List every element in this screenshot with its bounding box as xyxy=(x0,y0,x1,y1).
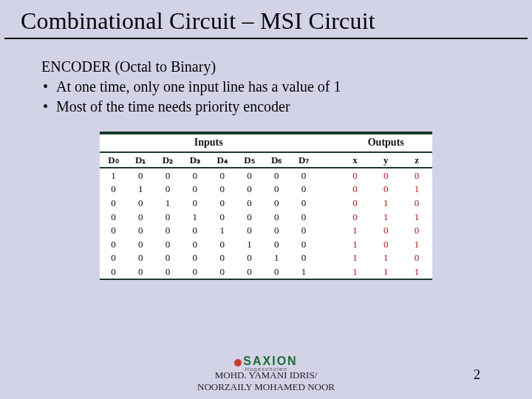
cell-output: 0 xyxy=(401,251,432,265)
truth-table: Inputs Outputs D₀D₁D₂D₃D₄D₅D₆D₇xyz 10000… xyxy=(100,132,432,280)
author-line2: NOORZAILY MOHAMED NOOR xyxy=(0,381,532,393)
cell-input: 0 xyxy=(263,197,290,211)
footer: SAXION Hogescholen MOHD. YAMANI IDRIS/ N… xyxy=(0,355,532,393)
cell-input: 0 xyxy=(127,224,154,238)
table-col: y xyxy=(370,152,401,168)
logo: SAXION Hogescholen xyxy=(234,355,297,372)
cell-output: 1 xyxy=(340,224,371,238)
cell-input: 0 xyxy=(127,168,154,183)
table-group-header: Inputs Outputs xyxy=(100,134,432,152)
cell-output: 0 xyxy=(340,183,371,197)
cell-input: 0 xyxy=(154,251,182,265)
table-col: z xyxy=(401,152,432,168)
cell-output: 0 xyxy=(340,210,371,224)
cell-input: 0 xyxy=(181,251,208,265)
cell-output: 0 xyxy=(401,224,432,238)
cell-output: 1 xyxy=(401,237,432,251)
cell-output: 1 xyxy=(401,210,432,224)
cell-input: 0 xyxy=(290,224,318,238)
list-item: Most of the time needs priority encoder xyxy=(41,97,491,117)
cell-input: 0 xyxy=(181,168,208,183)
cell-input: 0 xyxy=(263,224,290,238)
cell-input: 0 xyxy=(154,224,182,238)
cell-input: 0 xyxy=(154,183,182,197)
cell-input: 0 xyxy=(263,237,290,251)
cell-output: 1 xyxy=(340,265,371,279)
cell-input: 1 xyxy=(181,210,208,224)
outputs-header: Outputs xyxy=(340,134,433,152)
cell-input: 1 xyxy=(100,168,127,183)
table-row: 00000001111 xyxy=(100,265,432,279)
cell-input: 0 xyxy=(154,168,182,183)
encoder-subtitle: ENCODER (Octal to Binary) xyxy=(41,57,491,77)
cell-input: 0 xyxy=(154,265,182,279)
cell-input: 0 xyxy=(100,197,127,211)
cell-output: 1 xyxy=(401,265,432,279)
cell-input: 0 xyxy=(263,210,290,224)
cell-output: 0 xyxy=(370,183,401,197)
table-col: D₆ xyxy=(263,152,290,168)
cell-input: 0 xyxy=(208,183,236,197)
cell-input: 0 xyxy=(208,251,236,265)
cell-output: 0 xyxy=(370,168,401,183)
table-row: 00001000100 xyxy=(100,224,432,238)
cell-input: 0 xyxy=(208,237,236,251)
cell-input: 0 xyxy=(154,237,182,251)
cell-input: 0 xyxy=(236,197,263,211)
table-col: D₄ xyxy=(208,152,236,168)
cell-input: 0 xyxy=(208,168,236,183)
table-col: D₇ xyxy=(290,152,318,168)
cell-input: 0 xyxy=(290,168,318,183)
cell-input: 0 xyxy=(263,265,290,279)
table-col: D₀ xyxy=(100,152,127,168)
cell-output: 0 xyxy=(401,197,432,211)
cell-output: 1 xyxy=(340,251,371,265)
page-title: Combinational Circuit – MSI Circuit xyxy=(4,0,528,39)
cell-input: 0 xyxy=(100,224,127,238)
cell-output: 1 xyxy=(340,237,371,251)
cell-input: 1 xyxy=(154,197,182,211)
table-row: 00010000011 xyxy=(100,210,432,224)
table-col: D₅ xyxy=(236,152,263,168)
cell-input: 0 xyxy=(127,251,154,265)
cell-input: 0 xyxy=(100,210,127,224)
table-row: 00000100101 xyxy=(100,237,432,251)
cell-input: 0 xyxy=(181,237,208,251)
cell-input: 0 xyxy=(208,265,236,279)
cell-input: 0 xyxy=(181,197,208,211)
cell-input: 0 xyxy=(181,224,208,238)
table-col: D₁ xyxy=(127,152,154,168)
bullet-list: At one time, only one input line has a v… xyxy=(41,77,491,117)
table-col-header: D₀D₁D₂D₃D₄D₅D₆D₇xyz xyxy=(100,152,432,168)
cell-input: 0 xyxy=(154,210,182,224)
cell-input: 0 xyxy=(208,197,236,211)
cell-input: 0 xyxy=(100,251,127,265)
cell-input: 0 xyxy=(127,197,154,211)
table-row: 00100000010 xyxy=(100,197,432,211)
cell-output: 0 xyxy=(340,197,371,211)
logo-dot-icon xyxy=(234,359,242,366)
content-area: ENCODER (Octal to Binary) At one time, o… xyxy=(0,39,532,280)
cell-input: 1 xyxy=(263,251,290,265)
cell-input: 0 xyxy=(181,265,208,279)
cell-input: 0 xyxy=(263,168,290,183)
list-item: At one time, only one input line has a v… xyxy=(41,77,491,97)
table-row: 01000000001 xyxy=(100,183,432,197)
table-col: x xyxy=(340,152,371,168)
cell-input: 1 xyxy=(236,237,263,251)
cell-input: 0 xyxy=(236,183,263,197)
cell-input: 0 xyxy=(127,265,154,279)
cell-input: 0 xyxy=(236,210,263,224)
cell-output: 1 xyxy=(370,197,401,211)
cell-input: 0 xyxy=(236,265,263,279)
cell-input: 0 xyxy=(236,224,263,238)
cell-input: 0 xyxy=(290,197,318,211)
cell-output: 1 xyxy=(401,183,432,197)
cell-input: 0 xyxy=(263,183,290,197)
table-row: 10000000000 xyxy=(100,168,432,183)
table-col: D₃ xyxy=(181,152,208,168)
cell-input: 1 xyxy=(290,265,318,279)
cell-output: 1 xyxy=(370,265,401,279)
cell-input: 1 xyxy=(127,183,154,197)
cell-input: 0 xyxy=(100,183,127,197)
